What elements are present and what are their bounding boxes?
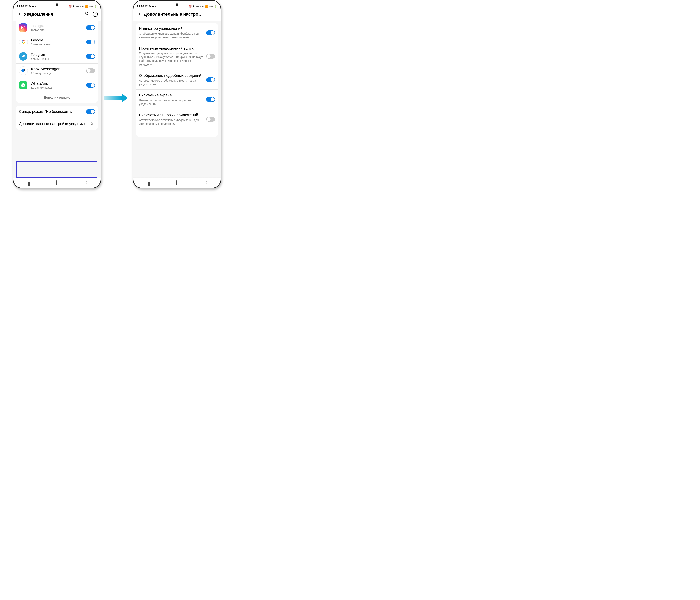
setting-sub: Отображение индикатора на циферблате при… (139, 32, 204, 40)
setting-indicator[interactable]: Индикатор уведомлений Отображение индика… (136, 23, 218, 43)
alarm-icon: ⏰ (189, 5, 192, 8)
setting-title: Прочтение уведомлений вслух (139, 46, 204, 51)
sync-dnd-row[interactable]: Синхр. режим "Не беспокоить" (16, 106, 98, 118)
volte-indicator: VoLTE1 (75, 6, 81, 7)
knox-icon (19, 67, 28, 75)
notifications-scroll[interactable]: Instagram Только что G Google 2 минуты н… (14, 21, 101, 178)
setting-read-aloud[interactable]: Прочтение уведомлений вслух Озвучивание … (136, 43, 218, 70)
app-name-label: Telegram (31, 52, 84, 57)
settings-card: Синхр. режим "Не беспокоить" Дополнитель… (16, 106, 98, 130)
advanced-settings-label: Дополнительные настройки уведомлений (19, 121, 95, 126)
advanced-settings-row[interactable]: Дополнительные настройки уведомлений (16, 118, 98, 130)
nav-bar: 〈 (133, 178, 221, 188)
app-row-whatsapp[interactable]: WhatsApp 31 минуту назад (16, 78, 98, 92)
sync-dnd-label: Синхр. режим "Не беспокоить" (19, 109, 84, 114)
network-indicator: 4G (82, 5, 84, 7)
svg-line-1 (88, 14, 89, 15)
app-row-telegram[interactable]: Telegram 5 минут назад (16, 49, 98, 64)
app-toggle[interactable] (86, 25, 95, 30)
setting-toggle[interactable] (206, 97, 215, 102)
app-row-knox[interactable]: Knox Messenger 28 минут назад (16, 64, 98, 78)
more-button[interactable]: Дополнительно (16, 92, 98, 103)
status-bar: 21:02 🖼 ◎ ☁ • ⏰ ✱ VoLTE1 4G 📶 41% 🔋 (14, 1, 101, 8)
header: 〈 Уведомления i (14, 8, 101, 21)
setting-toggle[interactable] (206, 54, 215, 58)
transition-arrow (104, 94, 128, 102)
instagram-icon: ◎ (149, 5, 151, 7)
app-sub-label: 5 минут назад (31, 57, 84, 60)
status-time: 21:02 (137, 5, 144, 8)
app-name-label: Instagram (31, 24, 84, 28)
instagram-icon (19, 23, 27, 32)
telegram-icon (19, 52, 27, 60)
page-title: Уведомления (24, 11, 81, 17)
header: 〈 Дополнительные настро… (133, 8, 221, 21)
image-icon: 🖼 (25, 5, 28, 7)
apps-card: Instagram Только что G Google 2 минуты н… (16, 21, 98, 103)
signal-icon: 📶 (85, 5, 88, 8)
app-row-instagram[interactable]: Instagram Только что (16, 21, 98, 34)
battery-percentage: 41% (89, 5, 93, 7)
bluetooth-icon: ✱ (73, 5, 75, 8)
app-sub-label: 31 минуту назад (31, 86, 84, 89)
app-sub-label: 28 минут назад (31, 72, 84, 75)
back-button[interactable]: 〈 (203, 180, 207, 185)
svg-point-6 (24, 69, 25, 71)
alarm-icon: ⏰ (69, 5, 72, 8)
instagram-icon: ◎ (29, 5, 31, 7)
setting-sub: Озвучивание уведомлений при подключении … (139, 51, 204, 67)
back-icon[interactable]: 〈 (136, 11, 141, 17)
cloud-icon: ☁ (152, 5, 154, 7)
setting-new-apps[interactable]: Включать для новых приложений Автоматиче… (136, 109, 218, 129)
setting-toggle[interactable] (206, 117, 215, 122)
setting-sub: Включение экрана часов при получении уве… (139, 98, 204, 106)
app-toggle[interactable] (86, 83, 95, 88)
setting-sub: Автоматическое включение уведомлений для… (139, 118, 204, 126)
advanced-card: Индикатор уведомлений Отображение индика… (136, 23, 218, 137)
sync-dnd-toggle[interactable] (86, 109, 95, 114)
setting-screen-on[interactable]: Включение экрана Включение экрана часов … (136, 90, 218, 109)
app-name-label: Knox Messenger (31, 67, 84, 71)
svg-point-3 (22, 27, 24, 28)
network-indicator: 4G (202, 5, 204, 7)
app-name-label: WhatsApp (31, 81, 84, 85)
home-button[interactable] (56, 181, 57, 185)
info-icon[interactable]: i (93, 11, 98, 17)
status-bar: 21:02 🖼 ◎ ☁ • ⏰ ✱ VoLTE1 4G 📶 41% 🔋 (133, 1, 221, 8)
phone-left: 21:02 🖼 ◎ ☁ • ⏰ ✱ VoLTE1 4G 📶 41% 🔋 〈 Ув… (13, 0, 101, 189)
signal-icon: 📶 (205, 5, 208, 8)
app-toggle[interactable] (86, 68, 95, 73)
svg-point-4 (24, 26, 24, 27)
back-button[interactable]: 〈 (83, 180, 88, 185)
page-title: Дополнительные настро… (144, 11, 218, 17)
advanced-scroll[interactable]: Индикатор уведомлений Отображение индика… (133, 21, 221, 178)
home-button[interactable] (176, 181, 177, 185)
app-row-google[interactable]: G Google 2 минуты назад (16, 34, 98, 49)
battery-icon: 🔋 (94, 5, 97, 8)
volte-indicator: VoLTE1 (195, 6, 201, 7)
app-sub-label: Только что (31, 28, 84, 32)
recent-apps-button[interactable] (27, 181, 30, 185)
back-icon[interactable]: 〈 (16, 11, 21, 17)
search-icon[interactable] (84, 11, 90, 17)
cloud-icon: ☁ (32, 5, 34, 7)
setting-title: Индикатор уведомлений (139, 26, 204, 31)
dot-icon: • (35, 5, 36, 7)
setting-title: Включать для новых приложений (139, 112, 204, 118)
app-toggle[interactable] (86, 54, 95, 59)
recent-apps-button[interactable] (147, 181, 150, 185)
svg-point-0 (85, 12, 88, 15)
phone-right: 21:02 🖼 ◎ ☁ • ⏰ ✱ VoLTE1 4G 📶 41% 🔋 〈 До… (133, 0, 221, 189)
setting-sub: Автоматическое отображение текста новых … (139, 79, 204, 86)
app-name-label: Google (31, 38, 84, 43)
whatsapp-icon (19, 81, 27, 90)
setting-title: Включение экрана (139, 93, 204, 98)
app-toggle[interactable] (86, 40, 95, 44)
setting-title: Отображение подробных сведений (139, 73, 204, 78)
app-sub-label: 2 минуты назад (31, 43, 84, 46)
battery-percentage: 41% (209, 5, 213, 7)
status-time: 21:02 (17, 5, 24, 8)
setting-toggle[interactable] (206, 77, 215, 82)
setting-details[interactable]: Отображение подробных сведений Автоматич… (136, 70, 218, 90)
setting-toggle[interactable] (206, 30, 215, 35)
